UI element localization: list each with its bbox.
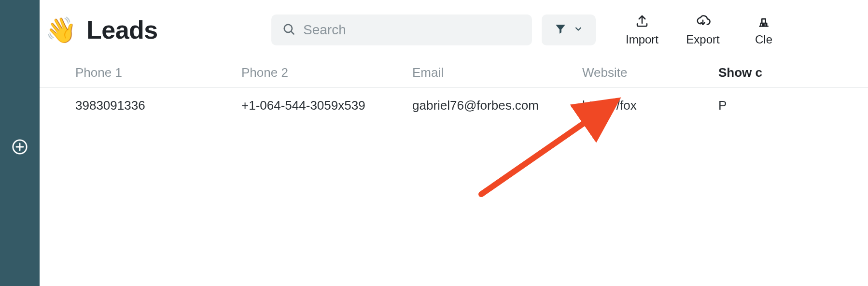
search-box[interactable]: [271, 14, 532, 45]
cleanse-label: Cle: [755, 33, 772, 46]
topbar: 👋 Leads: [40, 0, 868, 58]
import-button[interactable]: Import: [623, 14, 661, 46]
filter-icon: [554, 23, 567, 37]
upload-icon: [634, 14, 650, 30]
toolbar-actions: Import Export: [623, 14, 783, 46]
chevron-down-icon: [574, 24, 583, 36]
wave-emoji: 👋: [45, 17, 77, 43]
cell-website: https://fox: [582, 98, 718, 113]
export-button[interactable]: Export: [684, 14, 722, 46]
title-wrap: 👋 Leads: [45, 15, 262, 44]
search-input[interactable]: [303, 22, 521, 38]
cloud-download-icon: [694, 14, 712, 30]
col-header-phone1[interactable]: Phone 1: [75, 65, 241, 80]
show-columns-button[interactable]: Show c: [718, 65, 762, 80]
col-header-phone2[interactable]: Phone 2: [241, 65, 412, 80]
leads-table: Phone 1 Phone 2 Email Website Show c 398…: [40, 58, 868, 123]
app-root: 👋 Leads: [0, 0, 868, 286]
plus-circle-icon: [12, 139, 28, 157]
cell-email: gabriel76@forbes.com: [412, 98, 582, 113]
cell-extra: P: [718, 98, 727, 113]
filter-button[interactable]: [542, 14, 596, 45]
broom-icon: [756, 14, 771, 30]
search-icon: [282, 22, 295, 38]
add-button[interactable]: [11, 139, 28, 157]
cell-phone1: 3983091336: [75, 98, 241, 113]
sidebar: [0, 0, 40, 286]
export-label: Export: [686, 33, 719, 46]
table-header: Phone 1 Phone 2 Email Website Show c: [40, 58, 868, 88]
col-header-email[interactable]: Email: [412, 65, 582, 80]
main-content: 👋 Leads: [40, 0, 868, 286]
table-row[interactable]: 3983091336 +1-064-544-3059x539 gabriel76…: [40, 88, 868, 123]
svg-line-4: [291, 31, 294, 34]
cell-phone2: +1-064-544-3059x539: [241, 98, 412, 113]
page-title: Leads: [86, 15, 158, 44]
cleanse-button[interactable]: Cle: [744, 14, 783, 46]
col-header-website[interactable]: Website: [582, 65, 718, 80]
import-label: Import: [626, 33, 658, 46]
